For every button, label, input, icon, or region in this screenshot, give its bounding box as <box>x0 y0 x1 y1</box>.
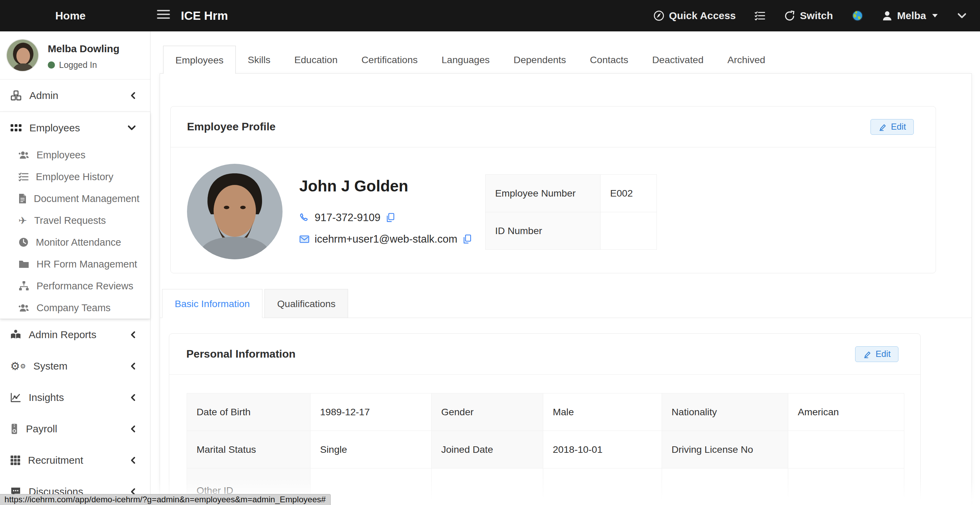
chevron-left-icon <box>130 455 137 465</box>
sidebar-item-employee-history[interactable]: Employee History <box>0 166 150 188</box>
tasks-icon[interactable] <box>754 10 766 21</box>
tab-deactivated[interactable]: Deactivated <box>640 46 716 74</box>
employee-profile-card: Employee Profile Edit <box>170 106 936 273</box>
main-content: Employees Skills Education Certification… <box>151 31 980 505</box>
tab-basic-information[interactable]: Basic Information <box>162 289 262 318</box>
tab-qualifications[interactable]: Qualifications <box>264 289 348 318</box>
phone-icon <box>299 213 310 223</box>
sidebar-item-hr-form-management[interactable]: HR Form Management <box>0 253 150 275</box>
caret-down-icon <box>932 14 938 18</box>
file-icon <box>18 193 27 204</box>
sidebar-item-monitor-attendance[interactable]: Monitor Attendance <box>0 231 150 253</box>
personal-information-card: Personal Information Edit Date of Birth … <box>169 333 921 505</box>
login-status: Logged In <box>48 60 97 70</box>
sidebar-item-admin[interactable]: Admin <box>0 80 150 112</box>
globe-language-icon[interactable] <box>851 10 864 22</box>
quick-access-compass-icon <box>654 10 664 21</box>
users-icon <box>18 150 29 160</box>
detail-tab-bar: Basic Information Qualifications <box>160 289 972 318</box>
plane-icon: ✈ <box>18 215 27 226</box>
table-row: Date of Birth 1989-12-17 Gender Male Nat… <box>187 393 904 431</box>
switch-button[interactable]: Switch <box>784 10 833 21</box>
grid9-icon <box>10 455 21 465</box>
employee-phone[interactable]: 917-372-9109 <box>315 212 380 224</box>
tab-dependents[interactable]: Dependents <box>501 46 578 74</box>
user-menu[interactable]: Melba <box>882 10 938 21</box>
sidebar-item-document-management[interactable]: Document Management <box>0 188 150 210</box>
edit-personal-info-button[interactable]: Edit <box>855 346 899 362</box>
cubes-icon <box>10 90 22 101</box>
home-link[interactable]: Home <box>55 0 86 31</box>
sidebar-item-admin-reports[interactable]: Admin Reports <box>0 319 150 350</box>
tab-certifications[interactable]: Certifications <box>349 46 430 74</box>
employee-photo <box>187 164 283 259</box>
sidebar-item-employees-section[interactable]: Employees <box>0 112 150 144</box>
contact-block: John J Golden 917-372-9109 icehrm+user1@… <box>299 177 472 245</box>
topbar: Home ICE Hrm Quick Access Switch <box>0 0 980 31</box>
pencil-icon <box>878 123 887 131</box>
table-row: Marital Status Single Joined Date 2018-1… <box>187 431 904 468</box>
copy-icon[interactable] <box>462 234 472 244</box>
book-reader-icon <box>10 330 21 340</box>
status-dot <box>48 61 55 69</box>
chevron-down-icon <box>127 124 137 132</box>
sidebar-item-travel-requests[interactable]: ✈ Travel Requests <box>0 210 150 231</box>
employee-id-table: Employee Number E002 ID Number <box>485 174 657 250</box>
browser-status-bar: https://icehrm.com/app/demo-icehrm/?g=ad… <box>0 494 331 505</box>
personal-info-table: Date of Birth 1989-12-17 Gender Male Nat… <box>187 393 904 505</box>
quick-access-button[interactable]: Quick Access <box>654 10 736 21</box>
edit-profile-button[interactable]: Edit <box>870 119 914 135</box>
tab-archived[interactable]: Archived <box>716 46 777 74</box>
card-title: Personal Information <box>186 348 296 360</box>
card-title: Employee Profile <box>187 121 276 133</box>
tab-contacts[interactable]: Contacts <box>578 46 640 74</box>
payroll-icon <box>10 424 18 434</box>
switch-icon <box>784 10 795 21</box>
sidebar-profile: Melba Dowling Logged In <box>0 31 150 79</box>
pencil-icon <box>863 350 872 358</box>
cogs-icon: ⚙⚙ <box>10 361 26 371</box>
clock-icon <box>18 237 29 247</box>
chevron-left-icon <box>130 330 137 340</box>
checklist-icon <box>18 172 29 182</box>
sitemap-icon <box>18 281 29 291</box>
email-icon <box>299 234 310 244</box>
user-icon <box>882 10 892 21</box>
topbar-actions: Quick Access Switch <box>654 0 968 31</box>
employee-name: John J Golden <box>299 177 472 195</box>
main-tab-bar: Employees Skills Education Certification… <box>163 46 777 74</box>
chart-line-icon <box>10 392 21 403</box>
avatar <box>6 39 39 72</box>
sidebar-group-employees: Employees Employees Employee History Doc… <box>0 112 150 319</box>
table-row: ID Number <box>485 212 657 250</box>
sidebar-item-company-teams[interactable]: Company Teams <box>0 297 150 319</box>
sidebar-item-insights[interactable]: Insights <box>0 382 150 413</box>
chevron-left-icon <box>130 361 137 371</box>
tab-employees[interactable]: Employees <box>163 46 236 74</box>
hamburger-icon[interactable] <box>157 10 170 21</box>
table-row: Employee Number E002 <box>485 175 657 212</box>
chevron-down-icon[interactable] <box>956 10 968 21</box>
employee-email[interactable]: icehrm+user1@web-stalk.com <box>315 233 457 245</box>
folder-icon <box>18 260 29 269</box>
profile-name: Melba Dowling <box>48 43 119 54</box>
tab-languages[interactable]: Languages <box>430 46 501 74</box>
brand-title[interactable]: ICE Hrm <box>181 0 228 31</box>
tab-skills[interactable]: Skills <box>236 46 283 74</box>
tab-education[interactable]: Education <box>283 46 350 74</box>
sidebar: Melba Dowling Logged In Admin Employees <box>0 31 151 505</box>
users-icon <box>18 303 29 312</box>
grid-icon <box>10 124 22 132</box>
sidebar-item-payroll[interactable]: Payroll <box>0 413 150 444</box>
sidebar-item-employees[interactable]: Employees <box>0 144 150 166</box>
chevron-left-icon <box>130 91 137 101</box>
sidebar-item-recruitment[interactable]: Recruitment <box>0 444 150 476</box>
sidebar-item-system[interactable]: ⚙⚙ System <box>0 350 150 382</box>
chevron-left-icon <box>130 392 137 403</box>
sidebar-item-performance-reviews[interactable]: Performance Reviews <box>0 275 150 297</box>
tab-content-panel: Employee Profile Edit <box>160 73 972 505</box>
chevron-left-icon <box>130 424 137 434</box>
copy-icon[interactable] <box>386 213 395 223</box>
